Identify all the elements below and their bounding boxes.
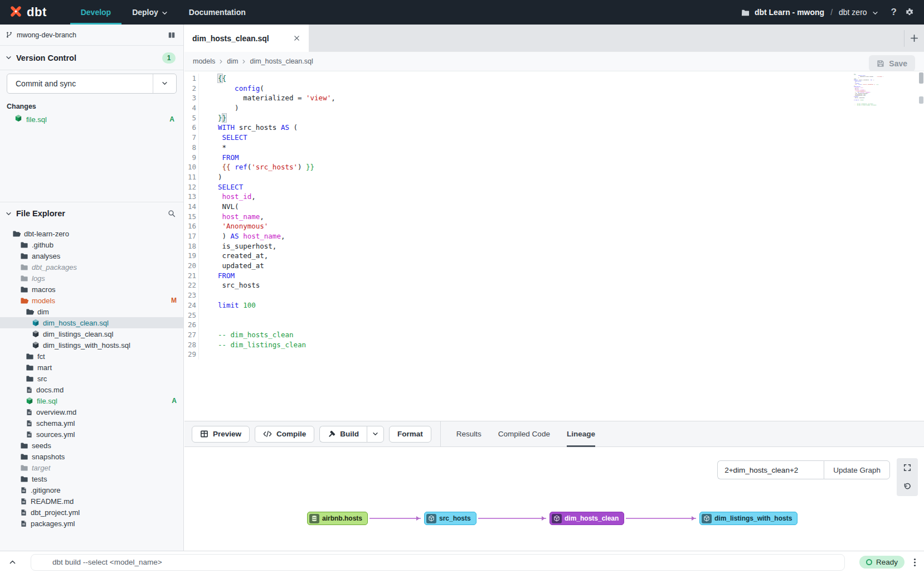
- tab-dim-hosts-clean-sql[interactable]: dim_hosts_clean.sql: [184, 25, 309, 52]
- tab-lineage[interactable]: Lineage: [567, 421, 595, 447]
- tab-label: dim_hosts_clean.sql: [192, 34, 294, 43]
- nav-item-documentation[interactable]: Documentation: [178, 0, 256, 25]
- tree-item-dim-listings-clean-sql[interactable]: dim_listings_clean.sql: [0, 328, 183, 339]
- tree-item-overview-md[interactable]: overview.md: [0, 406, 183, 417]
- breadcrumb: models dim dim_hosts_clean.sql: [184, 52, 924, 71]
- lineage-edge: [369, 518, 421, 519]
- settings-gear-icon[interactable]: [905, 8, 914, 17]
- tree-item-macros[interactable]: macros: [0, 284, 183, 295]
- folder-icon: [20, 263, 28, 271]
- code-text: -- dim_hosts_clean: [199, 330, 293, 340]
- file-explorer-header[interactable]: File Explorer: [0, 202, 183, 225]
- compile-button[interactable]: Compile: [255, 426, 314, 443]
- account-project[interactable]: dbt Learn - mwong: [755, 8, 824, 17]
- chevron-down-icon[interactable]: [872, 10, 878, 16]
- tree-item-analyses[interactable]: analyses: [0, 250, 183, 261]
- build-button[interactable]: Build: [319, 426, 367, 443]
- expand-console-icon[interactable]: [9, 559, 16, 566]
- tree-item-dim-hosts-clean-sql[interactable]: dim_hosts_clean.sql: [0, 317, 183, 328]
- ready-dot-icon: [866, 559, 872, 565]
- tree-item-fct[interactable]: fct: [0, 351, 183, 362]
- tree-item-src[interactable]: src: [0, 373, 183, 384]
- action-bar: PreviewCompileBuildFormat ResultsCompile…: [184, 421, 924, 447]
- version-control-header[interactable]: Version Control 1: [0, 46, 183, 70]
- tree-item-label: .gitignore: [31, 486, 60, 494]
- command-input[interactable]: dbt build --select <model_name>: [31, 554, 845, 571]
- tree-item-github[interactable]: .github: [0, 239, 183, 250]
- lineage-edge: [626, 518, 696, 519]
- lineage-node-dim-hosts-clean[interactable]: dim_hosts_clean: [549, 512, 624, 525]
- editor-tabbar: dim_hosts_clean.sql: [184, 25, 924, 52]
- tree-item-gitignore[interactable]: .gitignore: [0, 484, 183, 496]
- code-line: 24limit 100: [184, 300, 924, 310]
- tree-item-logs[interactable]: logs: [0, 273, 183, 284]
- tree-item-snapshots[interactable]: snapshots: [0, 451, 183, 462]
- account-environment[interactable]: dbt zero: [839, 8, 867, 17]
- line-number: 2: [184, 84, 199, 94]
- tree-item-label: README.md: [31, 497, 74, 506]
- tree-item-dim[interactable]: dim: [0, 306, 183, 317]
- minimap[interactable]: {{ config( materialized = 'view', ) }} W…: [854, 74, 884, 114]
- breadcrumb-file[interactable]: dim_hosts_clean.sql: [250, 57, 313, 65]
- changed-file-name: file.sql: [26, 115, 166, 124]
- chevron-right-icon: [218, 59, 223, 64]
- tree-item-dim-listings-with-hosts-sql[interactable]: dim_listings_with_hosts.sql: [0, 339, 183, 351]
- code-editor[interactable]: 1{{2 config(3 materialized = 'view',4 )5…: [184, 71, 924, 421]
- save-button[interactable]: Save: [869, 55, 915, 71]
- breadcrumb-models[interactable]: models: [193, 57, 215, 65]
- nav-item-deploy[interactable]: Deploy: [121, 0, 178, 25]
- lineage-node-airbnb-hosts[interactable]: airbnb.hosts: [307, 512, 368, 525]
- tree-item-target[interactable]: target: [0, 462, 183, 473]
- lineage-node-dim-listings-with-hosts[interactable]: dim_listings_with_hosts: [699, 512, 797, 525]
- bottom-panel: PreviewCompileBuildFormat ResultsCompile…: [184, 421, 924, 551]
- folder-icon: [20, 475, 28, 483]
- tree-item-schema-yml[interactable]: schema.yml: [0, 417, 183, 429]
- code-text: SELECT: [199, 133, 247, 143]
- search-icon[interactable]: [168, 210, 176, 217]
- close-tab-icon[interactable]: [294, 35, 300, 41]
- new-tab-icon[interactable]: [904, 34, 924, 42]
- build-options-button[interactable]: [367, 426, 384, 443]
- breadcrumb-dim[interactable]: dim: [227, 57, 238, 65]
- code-text: SELECT: [199, 182, 243, 192]
- tree-item-dbt-learn-zero[interactable]: dbt-learn-zero: [0, 228, 183, 239]
- new-tab-area: [904, 25, 924, 52]
- tree-item-dbt-packages[interactable]: dbt_packages: [0, 261, 183, 273]
- tree-item-seeds[interactable]: seeds: [0, 440, 183, 451]
- tree-item-packages-yml[interactable]: packages.yml: [0, 518, 183, 529]
- code-line: 3 materialized = 'view',: [184, 93, 924, 103]
- split-view-icon[interactable]: [168, 31, 176, 39]
- dbt-logo[interactable]: dbt: [0, 0, 55, 25]
- format-button[interactable]: Format: [389, 426, 431, 443]
- branch-row[interactable]: mwong-dev-branch: [0, 25, 183, 46]
- tree-item-mart[interactable]: mart: [0, 362, 183, 373]
- lineage-node-src-hosts[interactable]: src_hosts: [424, 512, 476, 525]
- nav-item-develop[interactable]: Develop: [70, 0, 121, 25]
- tree-item-file-sql[interactable]: file.sqlA: [0, 395, 183, 406]
- tree-item-sources-yml[interactable]: sources.yml: [0, 429, 183, 440]
- file-icon: [26, 409, 33, 416]
- commit-and-sync-button[interactable]: Commit and sync: [7, 74, 177, 94]
- tree-item-dbt-project-yml[interactable]: dbt_project.yml: [0, 507, 183, 518]
- line-number: 28: [184, 340, 199, 350]
- tree-item-label: dbt_project.yml: [31, 508, 80, 517]
- editor-scrollbar[interactable]: [919, 71, 923, 421]
- commit-options-chevron[interactable]: [153, 74, 176, 93]
- overflow-menu-icon[interactable]: [910, 558, 924, 567]
- changed-file-row[interactable]: file.sql A: [7, 114, 177, 125]
- code-line: 25: [184, 310, 924, 321]
- preview-button[interactable]: Preview: [192, 426, 250, 443]
- code-text: *: [199, 143, 226, 153]
- tab-results[interactable]: Results: [456, 421, 482, 447]
- tree-item-docs-md[interactable]: docs.md: [0, 384, 183, 395]
- tab-compiled-code[interactable]: Compiled Code: [498, 421, 550, 447]
- scrollbar-thumb[interactable]: [919, 72, 923, 84]
- lineage-graph[interactable]: airbnb.hostssrc_hostsdim_hosts_cleandim_…: [184, 447, 924, 551]
- tree-item-models[interactable]: modelsM: [0, 295, 183, 306]
- help-button[interactable]: ?: [891, 7, 897, 18]
- status-ready-badge: Ready: [859, 556, 904, 569]
- tree-item-label: overview.md: [36, 408, 76, 416]
- tree-item-tests[interactable]: tests: [0, 473, 183, 484]
- tree-item-readme-md[interactable]: README.md: [0, 496, 183, 507]
- nav-item-label: Develop: [81, 8, 111, 17]
